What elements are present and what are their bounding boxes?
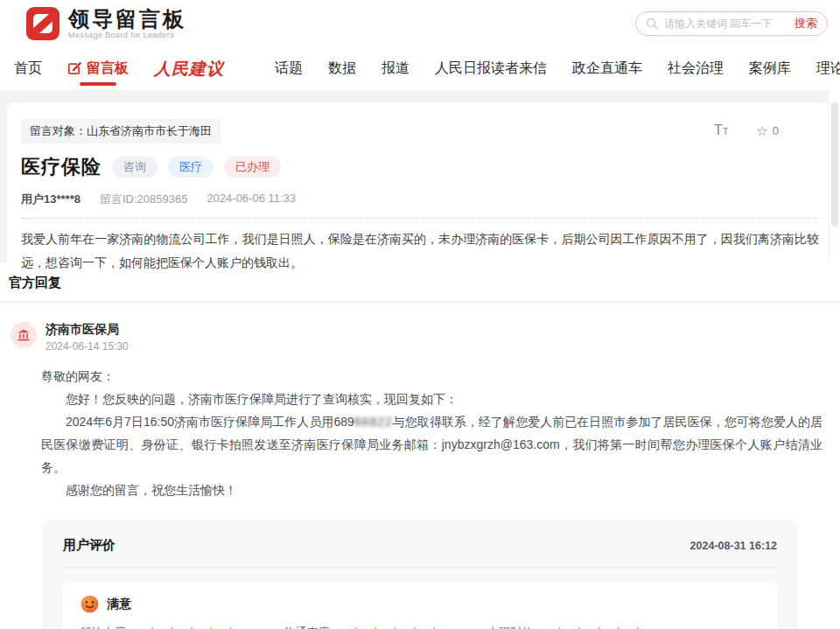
agency-avatar <box>10 322 37 348</box>
brand-subtitle: Message Board for Leaders <box>68 31 186 39</box>
rating-rows: 解决力度： ★★★★★ 沟通态度： ★★★★★ 办理时效： ★★★★★ <box>80 625 760 629</box>
nav-item-topics[interactable]: 话题 <box>275 47 303 90</box>
scrollbar-track[interactable] <box>829 90 840 262</box>
rating-stars-resolution: ★★★★★ <box>146 626 244 629</box>
nav-label: 数据 <box>328 59 356 78</box>
main-nav: 首页 留言板 人民建议 话题 数据 报道 人民日报读者来信 政企直通车 社会治理… <box>0 47 840 90</box>
nav-label: 理论 <box>816 59 840 78</box>
rating-label-communication: 沟通态度： <box>284 625 341 629</box>
font-size-large-glyph: T <box>714 122 723 137</box>
message-meta: 用户13****8 留言ID:20859365 2024-06-06 11:33 <box>21 192 819 207</box>
nav-item-data[interactable]: 数据 <box>328 47 356 90</box>
official-reply-section: 官方回复 济南市医保局 2024-06-14 15:30 尊敬的网友： 您好！您… <box>0 275 840 501</box>
favorite-count: 0 <box>773 124 779 137</box>
reply-date: 2024-06-14 15:30 <box>46 340 129 353</box>
nav-item-theory[interactable]: 理论 <box>816 47 840 90</box>
message-title: 医疗保险 <box>21 154 102 180</box>
nav-label: 案例库 <box>749 59 791 78</box>
nav-label: 留言板 <box>87 59 129 78</box>
search-icon <box>646 17 658 30</box>
nav-item-social-governance[interactable]: 社会治理 <box>668 47 724 90</box>
evaluation-card: 满意 解决力度： ★★★★★ 沟通态度： ★★★★★ 办理时效： ★★★★★ <box>63 583 777 629</box>
rating-timeliness: 办理时效： ★★★★★ <box>487 625 651 629</box>
scrollbar-thumb[interactable] <box>831 102 838 227</box>
nav-active-underline <box>80 82 116 86</box>
reply-paragraph-salutation: 尊敬的网友： <box>41 365 822 388</box>
reply-paragraph-detail: 2024年6月7日16:50济南市医疗保障局工作人员用68966822与您取得联… <box>41 410 822 479</box>
favorite-button[interactable]: ☆ 0 <box>756 124 779 137</box>
tag-consult[interactable]: 咨询 <box>112 157 158 178</box>
evaluation-date: 2024-08-31 16:12 <box>690 540 777 552</box>
reply-body: 尊敬的网友： 您好！您反映的问题，济南市医疗保障局进行了查询核实，现回复如下： … <box>41 365 822 501</box>
reply-paragraph-closing: 感谢您的留言，祝您生活愉快！ <box>41 479 822 501</box>
rating-stars-timeliness: ★★★★★ <box>553 626 651 629</box>
brand-title: 领导留言板 <box>68 8 186 31</box>
nav-item-people-suggestion[interactable]: 人民建议 <box>154 47 224 90</box>
nav-item-case-library[interactable]: 案例库 <box>749 47 791 90</box>
nav-label: 人民建议 <box>154 58 224 80</box>
agency-name: 济南市医保局 <box>46 322 129 338</box>
message-target: 留言对象：山东省济南市市长于海田 <box>21 119 220 143</box>
rating-communication: 沟通态度： ★★★★★ <box>284 625 448 629</box>
rating-label-timeliness: 办理时效： <box>487 625 544 629</box>
nav-label: 社会治理 <box>668 59 724 78</box>
header: 领导留言板 Message Board for Leaders 搜索 <box>0 0 840 47</box>
agency-info: 济南市医保局 2024-06-14 15:30 <box>46 322 129 353</box>
bank-icon <box>17 328 31 342</box>
brand-text: 领导留言板 Message Board for Leaders <box>68 8 186 39</box>
nav-item-home[interactable]: 首页 <box>14 47 42 90</box>
satisfied-emoji-icon <box>80 595 99 613</box>
nav-label: 政企直通车 <box>572 59 642 78</box>
message-card: 留言对象：山东省济南市市长于海田 TT ☆ 0 医疗保险 咨询 医疗 已办理 用… <box>7 102 833 262</box>
message-date: 2024-06-06 11:33 <box>206 192 296 207</box>
satisfaction-label: 满意 <box>107 597 131 612</box>
star-icon: ☆ <box>756 124 767 137</box>
reply-paragraph-intro: 您好！您反映的问题，济南市医疗保障局进行了查询核实，现回复如下： <box>41 388 822 410</box>
message-body: 我爱人前年在一家济南的物流公司工作，我们是日照人，保险是在济南买的，未办理济南的… <box>21 227 819 275</box>
card-tools: TT ☆ 0 <box>714 119 819 138</box>
official-reply-title: 官方回复 <box>9 275 840 291</box>
tag-medical[interactable]: 医疗 <box>168 157 214 178</box>
search-input[interactable] <box>664 17 788 30</box>
message-user: 用户13****8 <box>21 192 80 207</box>
tag-status-handled[interactable]: 已办理 <box>224 157 281 178</box>
nav-label: 报道 <box>382 59 410 78</box>
evaluation-title: 用户评价 <box>63 537 116 554</box>
nav-item-reader-letters[interactable]: 人民日报读者来信 <box>435 47 547 90</box>
rating-label-resolution: 解决力度： <box>80 625 137 629</box>
content-band: 留言对象：山东省济南市市长于海田 TT ☆ 0 医疗保险 咨询 医疗 已办理 用… <box>0 90 840 262</box>
font-size-small-glyph: T <box>723 126 728 136</box>
search-button[interactable]: 搜索 <box>794 16 817 31</box>
font-size-icon[interactable]: TT <box>714 122 728 138</box>
dotted-divider <box>21 218 819 219</box>
brand-logo-icon <box>26 7 60 40</box>
nav-item-gov-business[interactable]: 政企直通车 <box>572 47 642 90</box>
nav-label: 首页 <box>14 59 42 78</box>
nav-item-reports[interactable]: 报道 <box>382 47 410 90</box>
masked-phone-digits: 66822 <box>354 415 393 429</box>
search-box[interactable]: 搜索 <box>635 11 828 36</box>
evaluation-divider <box>63 567 777 568</box>
message-id: 留言ID:20859365 <box>100 192 187 207</box>
rating-resolution: 解决力度： ★★★★★ <box>80 625 244 629</box>
rating-stars-communication: ★★★★★ <box>350 626 448 629</box>
nav-label: 话题 <box>275 59 303 78</box>
reply-text-before-mask: 2024年6月7日16:50济南市医疗保障局工作人员用689 <box>66 415 354 429</box>
brand-logo[interactable]: 领导留言板 Message Board for Leaders <box>26 7 186 40</box>
nav-item-message-board[interactable]: 留言板 <box>67 47 129 90</box>
evaluation-panel: 用户评价 2024-08-31 16:12 满意 解决力度： ★★★★★ <box>42 519 798 629</box>
edit-icon <box>67 61 82 76</box>
nav-label: 人民日报读者来信 <box>435 59 547 78</box>
